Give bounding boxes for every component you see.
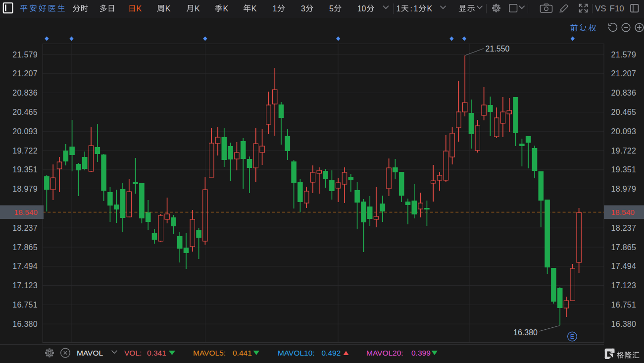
svg-text:21.550: 21.550 [486,45,510,53]
svg-text:16.380: 16.380 [513,328,538,337]
svg-text:18.540: 18.540 [14,208,38,216]
svg-text:18.979: 18.979 [611,185,637,193]
svg-text:5: 5 [329,4,334,13]
svg-text:K: K [165,4,171,13]
svg-text:0.441: 0.441 [233,349,252,357]
svg-text:K: K [195,4,200,13]
svg-text:20.465: 20.465 [12,108,38,116]
svg-text:19.722: 19.722 [611,147,637,155]
svg-text:20.093: 20.093 [611,127,637,136]
svg-text:20.093: 20.093 [12,127,38,136]
svg-text:MAVOL: MAVOL [77,349,103,357]
svg-text::: : [410,4,412,13]
svg-text:17.865: 17.865 [12,243,38,252]
svg-text:18.979: 18.979 [12,185,38,193]
svg-text:K: K [136,4,142,13]
svg-text:21.579: 21.579 [611,51,637,59]
svg-text:10: 10 [357,4,366,13]
svg-text:18.237: 18.237 [611,224,637,232]
svg-text:16.751: 16.751 [611,301,637,309]
svg-text:17.494: 17.494 [12,262,38,270]
svg-text:17.123: 17.123 [611,281,637,290]
svg-text:K: K [251,4,257,13]
svg-text:19.722: 19.722 [12,147,38,155]
svg-text:19.351: 19.351 [611,165,637,174]
svg-text:17.123: 17.123 [12,281,38,290]
svg-text:19.351: 19.351 [12,165,38,174]
svg-text:16.380: 16.380 [611,320,637,328]
svg-text:18.540: 18.540 [611,208,635,216]
svg-text:17.494: 17.494 [611,262,637,270]
svg-text:21.579: 21.579 [12,51,38,59]
svg-text:1: 1 [273,4,277,13]
svg-text:20.836: 20.836 [12,89,38,97]
svg-text:20.465: 20.465 [611,108,637,116]
svg-text:20.836: 20.836 [611,89,637,97]
svg-text:MAVOL5:: MAVOL5: [193,349,226,357]
svg-text:F10: F10 [610,4,624,13]
svg-text:0.492: 0.492 [322,349,341,357]
svg-text:16.380: 16.380 [12,320,38,328]
svg-text:16.751: 16.751 [12,301,38,309]
svg-text:0.399: 0.399 [411,349,431,357]
svg-text:17.865: 17.865 [611,243,637,252]
svg-text:1: 1 [396,4,401,13]
svg-text:18.237: 18.237 [12,224,38,232]
svg-text:VS: VS [595,4,606,13]
svg-text:MAVOL10:: MAVOL10: [278,349,315,357]
svg-text:21.207: 21.207 [12,69,38,78]
svg-text:0.341: 0.341 [147,349,166,357]
svg-text:3: 3 [301,4,305,13]
svg-text:1: 1 [414,4,418,13]
svg-text:K: K [223,4,229,13]
svg-text:MAVOL20:: MAVOL20: [366,349,403,357]
svg-text:K: K [427,4,433,13]
svg-text:VOL:: VOL: [124,349,142,357]
svg-text:E: E [570,333,574,340]
svg-text:21.207: 21.207 [611,69,637,78]
